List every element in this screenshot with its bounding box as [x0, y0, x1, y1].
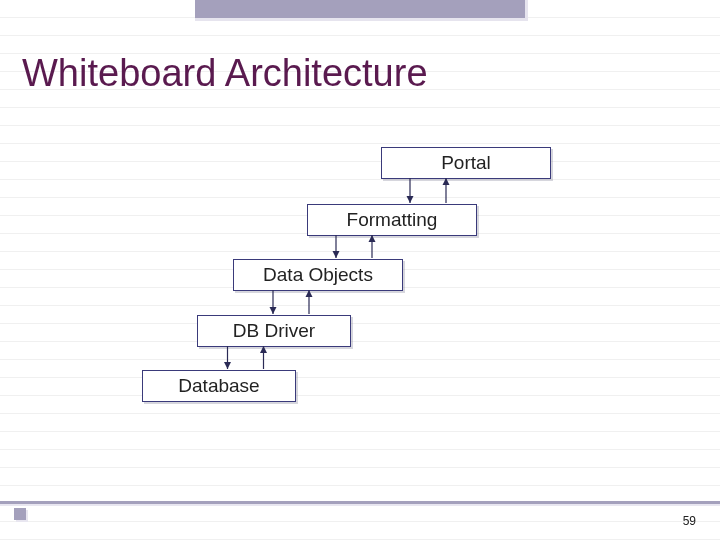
box-portal: Portal: [381, 147, 551, 179]
slide-canvas: Whiteboard Architecture Portal Formattin…: [0, 0, 720, 540]
box-formatting: Formatting: [307, 204, 477, 236]
box-db-driver: DB Driver: [197, 315, 351, 347]
page-number: 59: [683, 514, 696, 528]
footer-corner-icon: [14, 508, 26, 520]
slide-title: Whiteboard Architecture: [22, 52, 428, 95]
box-database: Database: [142, 370, 296, 402]
footer-rule: [0, 501, 720, 506]
box-data-objects: Data Objects: [233, 259, 403, 291]
header-accent-bar: [195, 0, 528, 21]
